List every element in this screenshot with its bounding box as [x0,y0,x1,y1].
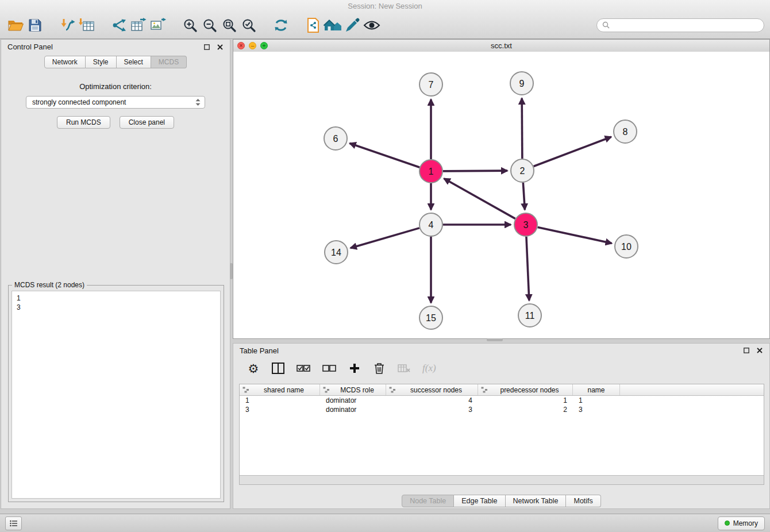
apply-style-button[interactable] [342,14,362,36]
zoom-out-button[interactable] [200,14,220,36]
run-mcds-button[interactable]: Run MCDS [57,116,110,129]
cell-mcds-role[interactable]: dominator [320,396,386,404]
mcds-result-list[interactable]: 1 3 [11,291,221,499]
home-button[interactable] [323,14,342,36]
save-session-button[interactable] [25,14,45,36]
tab-motifs[interactable]: Motifs [566,495,600,507]
cell-shared-name[interactable]: 3 [240,406,320,414]
graph-node-label: 8 [623,127,628,137]
column-header-mcds-role[interactable]: MCDS role [320,384,386,395]
zoom-fit-button[interactable] [220,14,239,36]
memory-button[interactable]: Memory [718,516,765,530]
export-table-button[interactable] [129,14,148,36]
tab-mcds[interactable]: MCDS [151,56,187,68]
table-panel-float-button[interactable] [743,347,750,354]
control-panel-float-button[interactable] [203,44,210,51]
table-horizontal-scrollbar[interactable] [240,475,764,484]
graph-node-14[interactable]: 14 [325,241,348,264]
column-header-name[interactable]: name [573,384,620,395]
column-header-predecessor-nodes[interactable]: predecessor nodes [478,384,573,395]
cell-successor-nodes[interactable]: 3 [386,406,478,414]
graph-edge-3-10[interactable] [538,227,612,243]
graph-node-9[interactable]: 9 [510,72,533,95]
graph-node-label: 10 [621,242,632,252]
table-row[interactable]: 3 dominator 3 2 3 [240,405,764,414]
tab-select[interactable]: Select [117,56,151,68]
search-input[interactable] [613,21,759,30]
search-box[interactable] [596,18,764,32]
tab-style[interactable]: Style [86,56,117,68]
import-network-icon [59,18,75,33]
tab-network[interactable]: Network [44,56,86,68]
graph-node-4[interactable]: 4 [419,213,442,236]
graph-node-11[interactable]: 11 [518,304,541,327]
apply-layout-button[interactable] [271,14,291,36]
cell-shared-name[interactable]: 1 [240,396,320,404]
tab-edge-table[interactable]: Edge Table [454,495,505,507]
network-graph[interactable]: 7968124314101511 [233,52,769,338]
optimization-dropdown[interactable]: strongly connected component [26,96,205,109]
cell-name[interactable]: 1 [573,396,620,404]
import-network-button[interactable] [57,14,77,36]
cell-name[interactable]: 3 [573,406,620,414]
table-panel-close-button[interactable] [756,347,763,354]
network-window-titlebar[interactable]: × – + scc.txt [233,40,769,52]
dropdown-arrows-icon [195,98,201,106]
delete-rows-button[interactable] [373,360,386,376]
status-bar: Memory [0,514,770,532]
graph-node-2[interactable]: 2 [511,159,534,182]
zoom-in-button[interactable] [180,14,200,36]
table-row[interactable]: 1 dominator 4 1 1 [240,396,764,405]
cell-mcds-role[interactable]: dominator [320,406,386,414]
minimize-window-button[interactable]: – [249,42,256,49]
delete-columns-button[interactable] [398,360,410,376]
export-image-button[interactable] [148,14,168,36]
tab-node-table[interactable]: Node Table [402,495,454,507]
ui-settings-button[interactable] [5,516,22,530]
table-settings-button[interactable]: ⚙ [247,360,260,376]
graph-edge-1-2[interactable] [443,171,507,171]
select-all-columns-button[interactable] [297,360,310,376]
column-header-shared-name[interactable]: shared name [240,384,320,395]
graph-edge-1-6[interactable] [350,143,420,167]
cell-predecessor-nodes[interactable]: 2 [478,406,573,414]
cell-successor-nodes[interactable]: 4 [386,396,478,404]
column-header-successor-nodes[interactable]: successor nodes [386,384,478,395]
network-canvas[interactable]: 7968124314101511 [233,52,769,338]
tab-network-table[interactable]: Network Table [506,495,567,507]
close-panel-button[interactable]: Close panel [120,116,174,129]
graph-edge-3-1[interactable] [444,179,515,219]
horizontal-splitter-handle[interactable] [487,338,503,341]
maximize-window-button[interactable]: + [260,42,268,49]
graph-node-6[interactable]: 6 [324,127,347,150]
graph-edge-4-14[interactable] [351,228,419,248]
new-network-button[interactable] [109,14,129,36]
import-table-button[interactable] [77,14,97,36]
show-hide-button[interactable] [362,14,382,36]
graph-node-8[interactable]: 8 [614,120,637,143]
add-column-button[interactable] [348,360,361,376]
cell-predecessor-nodes[interactable]: 1 [478,396,573,404]
sort-icon [242,387,249,393]
control-panel-close-button[interactable] [217,44,224,51]
graph-edge-2-8[interactable] [534,137,611,166]
copy-network-view-button[interactable] [303,14,323,36]
close-icon [757,348,763,353]
graph-node-3[interactable]: 3 [514,213,537,236]
graph-edge-3-11[interactable] [526,237,529,300]
split-columns-button[interactable] [272,360,284,376]
vertical-splitter-handle[interactable] [230,263,233,279]
zoom-selected-button[interactable] [239,14,259,36]
graph-node-10[interactable]: 10 [615,235,638,258]
open-file-button[interactable] [6,14,25,36]
graph-node-7[interactable]: 7 [419,73,442,96]
graph-edge-2-3[interactable] [523,183,525,210]
graph-edge-2-9[interactable] [522,98,522,159]
table-panel: Table Panel ⚙ [233,343,770,509]
graph-node-1[interactable]: 1 [419,160,442,183]
close-window-button[interactable]: × [237,42,245,49]
graph-node-15[interactable]: 15 [419,306,442,329]
function-builder-button[interactable]: f(x) [422,360,436,376]
close-icon [217,44,223,50]
deselect-all-columns-button[interactable] [322,360,336,376]
